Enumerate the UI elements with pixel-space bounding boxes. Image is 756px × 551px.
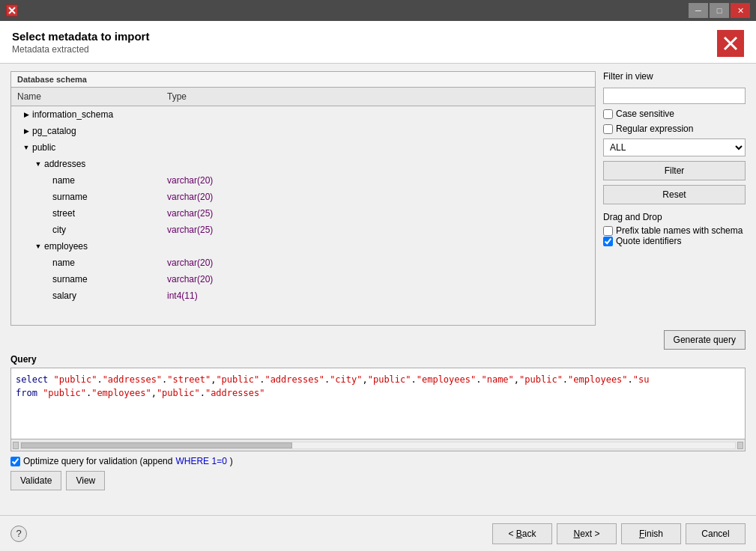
kw-select: select [16, 374, 48, 385]
back-button[interactable]: < Back [492, 523, 552, 544]
filter-input[interactable] [603, 88, 746, 104]
validate-row: Validate View [10, 471, 746, 490]
row-type-cell: varchar(20) [161, 174, 281, 187]
title-bar: ─ □ ✕ [0, 0, 756, 21]
expand-arrow-icon[interactable]: ▼ [34, 243, 42, 250]
row-name-cell: ▶ pg_catalog [11, 124, 161, 138]
row-label: surname [52, 274, 88, 284]
row-label: city [52, 225, 66, 235]
row-label: name [52, 258, 75, 268]
q-str15: "public" [157, 388, 200, 398]
dialog-subtitle: Metadata extracted [12, 44, 149, 55]
q-str11: "employees" [568, 374, 627, 385]
query-line-2: from "public"."employees","public"."addr… [16, 386, 740, 400]
row-label: information_schema [32, 109, 113, 120]
finish-button[interactable]: Finish [621, 523, 681, 544]
quote-identifiers-label: Quote identifiers [616, 236, 681, 246]
prefix-table-checkbox[interactable] [603, 226, 613, 236]
dialog-body: Database schema Name Type ▶ information_… [0, 64, 756, 515]
table-row[interactable]: name varchar(20) [11, 255, 595, 271]
row-label: surname [52, 192, 88, 202]
minimize-button[interactable]: ─ [689, 3, 708, 18]
q-str7: "public" [368, 374, 411, 385]
row-label: street [52, 208, 75, 219]
schema-table[interactable]: Name Type ▶ information_schema [10, 88, 596, 326]
quote-identifiers-checkbox[interactable] [603, 237, 613, 246]
row-type-cell [161, 146, 281, 149]
dialog-footer: ? < Back Next > Finish Cancel [0, 515, 756, 551]
filter-select[interactable]: ALL Tables Columns [603, 138, 746, 156]
restore-button[interactable]: □ [710, 3, 729, 18]
reset-button[interactable]: Reset [603, 185, 746, 204]
row-name-cell: surname [11, 190, 161, 204]
case-sensitive-row: Case sensitive [603, 109, 746, 119]
regular-expression-row: Regular expression [603, 124, 746, 134]
row-type-cell: varchar(20) [161, 256, 281, 270]
finish-label: Finish [639, 529, 663, 539]
table-row[interactable]: ▼ employees [11, 238, 595, 255]
scrollbar-thumb[interactable] [21, 442, 292, 448]
scroll-left-btn[interactable] [13, 442, 19, 449]
schema-header: Name Type [11, 88, 595, 106]
expand-arrow-icon[interactable]: ▼ [34, 160, 42, 168]
table-row[interactable]: street varchar(25) [11, 205, 595, 222]
expand-arrow-icon[interactable]: ▶ [22, 111, 30, 118]
row-label: employees [44, 241, 88, 252]
row-type-cell: varchar(25) [161, 223, 281, 237]
table-row[interactable]: ▼ addresses [11, 156, 595, 172]
row-label: salary [52, 290, 76, 301]
generate-query-button[interactable]: Generate query [664, 330, 746, 350]
help-icon[interactable]: ? [10, 526, 27, 542]
close-button[interactable]: ✕ [731, 3, 750, 18]
col-header-type: Type [161, 90, 281, 103]
optimize-row: Optimize query for validation (append WH… [10, 456, 746, 466]
cancel-label: Cancel [701, 529, 729, 539]
table-row[interactable]: city varchar(25) [11, 222, 595, 238]
row-label: public [32, 142, 55, 153]
footer-left: ? [10, 526, 27, 542]
horizontal-scrollbar[interactable] [11, 439, 745, 451]
table-row[interactable]: ▼ public [11, 139, 595, 156]
q-dot10: . [200, 388, 205, 398]
dialog-header-text: Select metadata to import Metadata extra… [12, 30, 149, 55]
header-icon [717, 30, 744, 57]
table-row[interactable]: name varchar(20) [11, 172, 595, 189]
filter-button[interactable]: Filter [603, 161, 746, 180]
table-row[interactable]: surname varchar(20) [11, 271, 595, 287]
row-type-cell: varchar(20) [161, 273, 281, 286]
optimize-checkbox[interactable] [10, 457, 20, 466]
prefix-table-label: Prefix table names with schema [616, 225, 743, 236]
cancel-button[interactable]: Cancel [686, 523, 746, 544]
row-name-cell: street [11, 207, 161, 220]
expand-arrow-icon[interactable]: ▼ [22, 144, 30, 151]
optimize-highlight: WHERE 1=0 [175, 456, 226, 466]
query-text-area[interactable]: select "public"."addresses"."street","pu… [11, 368, 745, 440]
table-row[interactable]: ▶ pg_catalog [11, 123, 595, 139]
row-type-cell: int4(11) [161, 289, 281, 302]
row-name-cell: ▶ information_schema [11, 108, 161, 121]
window-controls: ─ □ ✕ [689, 3, 750, 18]
scrollbar-track[interactable] [20, 442, 736, 449]
view-button[interactable]: View [66, 471, 105, 490]
validate-button[interactable]: Validate [10, 471, 61, 490]
dialog-title: Select metadata to import [12, 30, 149, 43]
content-area: Select metadata to import Metadata extra… [0, 21, 756, 551]
table-row[interactable]: surname varchar(20) [11, 189, 595, 205]
scroll-right-btn[interactable] [737, 442, 743, 449]
regular-expression-checkbox[interactable] [603, 124, 613, 134]
q-comma3: , [514, 374, 519, 385]
table-row[interactable]: salary int4(11) [11, 287, 595, 304]
case-sensitive-checkbox[interactable] [603, 109, 613, 119]
table-row[interactable]: ▶ information_schema [11, 106, 595, 123]
expand-arrow-icon[interactable]: ▶ [22, 127, 30, 135]
q-str10: "public" [519, 374, 563, 385]
q-str9: "name" [481, 374, 513, 385]
drag-drop-label: Drag and Drop [603, 212, 746, 222]
query-editor-container: select "public"."addresses"."street","pu… [10, 368, 746, 451]
db-schema-title: Database schema [10, 71, 596, 88]
next-button[interactable]: Next > [557, 523, 617, 544]
regular-expression-label: Regular expression [616, 124, 693, 134]
q-dot8: . [628, 374, 633, 385]
title-bar-left [6, 4, 18, 16]
row-name-cell: city [11, 223, 161, 237]
